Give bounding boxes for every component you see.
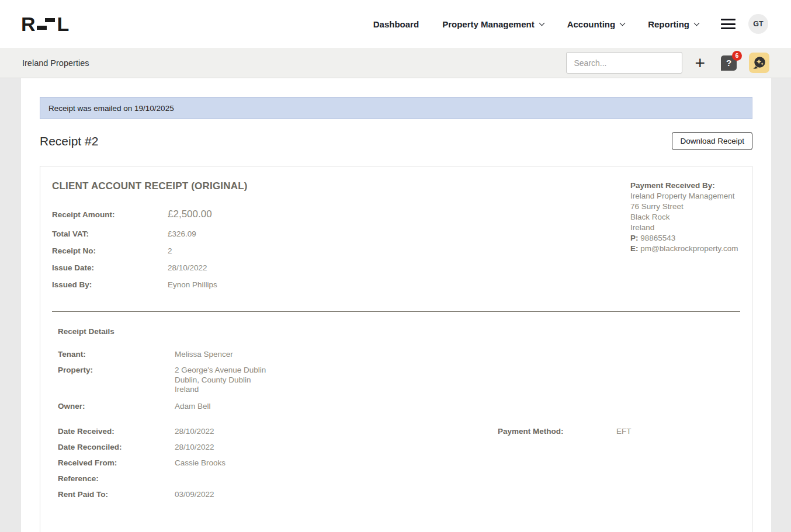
field-label: Receipt No: bbox=[52, 246, 168, 255]
chevron-down-icon bbox=[620, 20, 626, 26]
field-tenant: Tenant: Melissa Spencer bbox=[58, 350, 740, 359]
user-avatar[interactable]: GT bbox=[748, 14, 768, 34]
context-toolbar: Ireland Properties + ? 6 bbox=[0, 48, 791, 78]
nav-accounting-label: Accounting bbox=[567, 19, 616, 29]
email-value: pm@blackrockproperty.com bbox=[640, 244, 738, 253]
receipt-card: CLIENT ACCOUNT RECEIPT (ORIGINAL) Receip… bbox=[40, 166, 752, 532]
logo-dash-icon bbox=[37, 26, 47, 30]
field-label: Payment Method: bbox=[498, 427, 616, 436]
field-payment-method: Payment Method: EFT bbox=[498, 427, 632, 436]
logo-letter-l: L bbox=[57, 13, 69, 36]
field-label: Tenant: bbox=[58, 350, 175, 359]
field-issued-by: Issued By: Eynon Phillips bbox=[52, 280, 248, 289]
chevron-down-icon bbox=[694, 20, 700, 26]
payment-details-area: Date Received: 28/10/2022 Date Reconcile… bbox=[58, 427, 740, 506]
field-value: Eynon Phillips bbox=[168, 280, 217, 289]
brand-logo[interactable]: R L bbox=[21, 13, 68, 36]
received-by-line: Ireland bbox=[630, 222, 740, 233]
field-label: Property: bbox=[58, 366, 175, 374]
nav-property-management[interactable]: Property Management bbox=[442, 19, 544, 29]
received-by-line: Black Rock bbox=[630, 212, 740, 222]
field-value: Cassie Brooks bbox=[175, 458, 225, 467]
field-date-received: Date Received: 28/10/2022 bbox=[58, 427, 498, 436]
received-by-phone: P: 98865543 bbox=[630, 233, 740, 244]
top-header: R L Dashboard Property Management Accoun… bbox=[0, 0, 791, 48]
field-label: Total VAT: bbox=[52, 230, 168, 238]
field-value: EFT bbox=[616, 427, 632, 436]
receipt-details-section: Receipt Details Tenant: Melissa Spencer … bbox=[52, 327, 740, 532]
receipt-summary-section: CLIENT ACCOUNT RECEIPT (ORIGINAL) Receip… bbox=[52, 180, 740, 297]
avatar-initials: GT bbox=[753, 20, 763, 28]
nav-reporting[interactable]: Reporting bbox=[648, 19, 699, 29]
notification-badge: 6 bbox=[732, 51, 742, 61]
field-value: £326.09 bbox=[168, 230, 196, 238]
assistant-smiley-icon bbox=[752, 55, 767, 70]
toolbar-actions: + ? 6 bbox=[566, 52, 769, 74]
field-date-reconciled: Date Reconciled: 28/10/2022 bbox=[58, 443, 498, 451]
payment-details-left: Date Received: 28/10/2022 Date Reconcile… bbox=[58, 427, 498, 506]
payment-details-right: Payment Method: EFT bbox=[498, 427, 632, 506]
help-icon[interactable]: ? 6 bbox=[721, 55, 737, 71]
phone-label: P: bbox=[630, 234, 639, 242]
field-value: Adam Bell bbox=[175, 402, 211, 411]
help-glyph: ? bbox=[726, 58, 731, 68]
phone-value: 98865543 bbox=[640, 234, 675, 242]
field-received-from: Received From: Cassie Brooks bbox=[58, 458, 498, 467]
field-reference: Reference: bbox=[58, 474, 498, 483]
field-label: Receipt Amount: bbox=[52, 210, 168, 219]
received-by-line: Ireland Property Management bbox=[630, 191, 740, 201]
search-input[interactable] bbox=[566, 52, 682, 74]
field-receipt-amount: Receipt Amount: £2,500.00 bbox=[52, 208, 248, 220]
field-property: Property: 2 George's Avenue Dublin Dubli… bbox=[58, 366, 740, 395]
chevron-down-icon bbox=[539, 20, 544, 26]
nav-dashboard-label: Dashboard bbox=[373, 19, 419, 29]
section-divider bbox=[52, 311, 740, 312]
field-value: £2,500.00 bbox=[168, 208, 212, 220]
field-label: Issue Date: bbox=[52, 263, 168, 272]
nav-reporting-label: Reporting bbox=[648, 19, 689, 29]
email-alert-banner: Receipt was emailed on 19/10/2025 bbox=[40, 97, 752, 119]
field-label: Issued By: bbox=[52, 280, 168, 289]
field-label: Date Received: bbox=[58, 427, 175, 436]
payment-received-by-block: Payment Received By: Ireland Property Ma… bbox=[630, 180, 740, 297]
received-by-line: 76 Surry Street bbox=[630, 201, 740, 212]
nav-property-management-label: Property Management bbox=[442, 19, 535, 29]
receipt-heading: CLIENT ACCOUNT RECEIPT (ORIGINAL) bbox=[52, 180, 248, 192]
nav-accounting[interactable]: Accounting bbox=[567, 19, 625, 29]
alert-message: Receipt was emailed on 19/10/2025 bbox=[48, 104, 174, 113]
page-title-row: Receipt #2 Download Receipt bbox=[40, 132, 752, 150]
main-content: Receipt was emailed on 19/10/2025 Receip… bbox=[21, 78, 771, 532]
field-owner: Owner: Adam Bell bbox=[58, 402, 740, 411]
field-label: Rent Paid To: bbox=[58, 490, 175, 499]
field-value: 28/10/2022 bbox=[168, 263, 207, 272]
field-value: 28/10/2022 bbox=[175, 443, 214, 451]
field-value: Melissa Spencer bbox=[175, 350, 233, 359]
property-line: Ireland bbox=[175, 385, 266, 395]
logo-letter-r: R bbox=[21, 13, 35, 36]
nav-dashboard[interactable]: Dashboard bbox=[373, 19, 419, 29]
field-receipt-no: Receipt No: 2 bbox=[52, 246, 248, 255]
email-label: E: bbox=[630, 244, 639, 253]
field-label: Date Reconciled: bbox=[58, 443, 175, 451]
download-receipt-button[interactable]: Download Receipt bbox=[672, 132, 752, 150]
page-title: Receipt #2 bbox=[40, 134, 98, 148]
field-label: Owner: bbox=[58, 402, 175, 411]
received-by-email: E: pm@blackrockproperty.com bbox=[630, 244, 740, 254]
add-plus-icon[interactable]: + bbox=[695, 55, 705, 71]
field-value: 28/10/2022 bbox=[175, 427, 214, 436]
context-company-label[interactable]: Ireland Properties bbox=[22, 58, 89, 68]
field-value: 2 George's Avenue Dublin Dublin, County … bbox=[175, 366, 266, 395]
field-label: Reference: bbox=[58, 474, 175, 483]
property-line: 2 George's Avenue Dublin bbox=[175, 366, 266, 375]
field-total-vat: Total VAT: £326.09 bbox=[52, 230, 248, 238]
field-value: 2 bbox=[168, 246, 172, 255]
payment-received-by-label: Payment Received By: bbox=[630, 180, 740, 191]
receipt-summary-left: CLIENT ACCOUNT RECEIPT (ORIGINAL) Receip… bbox=[52, 180, 248, 297]
receipt-details-heading: Receipt Details bbox=[58, 327, 740, 336]
field-label: Received From: bbox=[58, 458, 175, 467]
field-value: 03/09/2022 bbox=[175, 490, 214, 499]
field-issue-date: Issue Date: 28/10/2022 bbox=[52, 263, 248, 272]
main-nav: Dashboard Property Management Accounting… bbox=[350, 14, 768, 34]
hamburger-menu-icon[interactable] bbox=[721, 16, 736, 32]
assistant-chat-icon[interactable] bbox=[749, 53, 769, 73]
